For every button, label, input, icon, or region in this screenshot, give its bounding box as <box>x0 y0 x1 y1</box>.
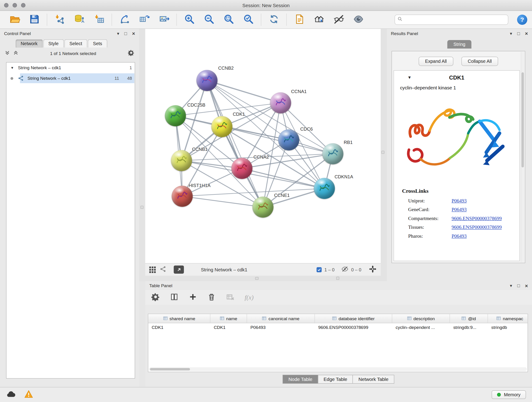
panel-close-icon[interactable]: × <box>525 283 528 288</box>
window-minimize-button[interactable] <box>13 3 17 7</box>
share-view-icon[interactable] <box>160 266 166 274</box>
table-cell[interactable]: stringdb <box>488 323 528 332</box>
network-edge-CDK1-RB1[interactable] <box>222 127 333 154</box>
toggle-glass-effect-button[interactable] <box>329 12 348 27</box>
table-cell[interactable]: 9606.ENSP00000378699 <box>315 323 392 332</box>
warning-icon[interactable] <box>25 390 33 399</box>
zoom-fit-button[interactable] <box>219 12 239 27</box>
table-cell[interactable]: cyclin–dependent ... <box>392 323 450 332</box>
panel-close-icon[interactable]: × <box>525 31 528 36</box>
tree-row-network[interactable]: String Network – cdk1 11 48 <box>6 73 135 84</box>
column-header-shared-name[interactable]: shared name <box>148 314 210 323</box>
network-node-CCNE1[interactable] <box>253 197 273 218</box>
export-image-button[interactable] <box>154 12 174 27</box>
column-header-namespac[interactable]: namespac <box>488 314 528 323</box>
panel-collapse-icon[interactable]: ▾ <box>117 31 119 36</box>
window-zoom-button[interactable] <box>21 3 25 7</box>
panel-float-icon[interactable]: □ <box>517 283 520 288</box>
tab-style[interactable]: Style <box>43 39 64 48</box>
zoom-in-button[interactable] <box>179 12 199 27</box>
network-canvas[interactable]: CCNB2CCNA1CDC25BCDK1CDC6RB1CCNB1CCNA2CDK… <box>145 29 381 263</box>
expand-all-button[interactable]: Expand All <box>418 57 453 66</box>
import-network-database-button[interactable] <box>70 12 89 27</box>
network-node-CCNB1[interactable] <box>171 150 192 171</box>
search-box[interactable] <box>394 15 508 25</box>
network-node-CDKN1A[interactable] <box>314 178 335 199</box>
collapse-all-icon[interactable] <box>5 50 10 56</box>
tab-sets[interactable]: Sets <box>88 39 107 48</box>
splitter-handle[interactable] <box>336 277 339 280</box>
tree-expander-icon[interactable]: ▼ <box>11 66 17 70</box>
network-node-CDC25B[interactable] <box>165 105 186 126</box>
column-sort-icon[interactable] <box>407 316 411 321</box>
zoom-out-button[interactable] <box>199 12 219 27</box>
tree-row-collection[interactable]: ▼ String Network – cdk1 1 <box>6 63 135 73</box>
add-column-plus-icon[interactable] <box>189 293 197 302</box>
network-edge-HIST1H1A-CCNE1[interactable] <box>182 196 263 207</box>
protein-card-header[interactable]: ▼ CDK1 <box>394 70 519 84</box>
network-node-CCNA2[interactable] <box>231 158 253 179</box>
toggle-labels-button[interactable] <box>348 12 368 27</box>
column-header-@id[interactable]: @id <box>450 314 488 323</box>
panel-collapse-icon[interactable]: ▾ <box>510 31 512 36</box>
collapse-all-button[interactable]: Collapse All <box>461 57 498 66</box>
splitter-handle[interactable] <box>140 206 143 209</box>
results-scrollbar[interactable] <box>521 52 524 262</box>
crosslink-link[interactable]: 9606.ENSP00000378699 <box>452 216 502 221</box>
new-table-button[interactable] <box>134 12 154 27</box>
pan-crosshair-icon[interactable] <box>369 265 377 274</box>
memory-button[interactable]: Memory <box>492 390 526 399</box>
save-session-button[interactable] <box>25 12 44 27</box>
splitter-handle[interactable] <box>381 151 385 154</box>
tab-edge-table[interactable]: Edge Table <box>318 375 353 384</box>
expand-all-icon[interactable] <box>13 50 18 56</box>
network-node-CDK1[interactable] <box>211 116 233 137</box>
crosslink-link[interactable]: P06493 <box>452 206 467 212</box>
panel-close-icon[interactable]: × <box>132 31 135 36</box>
network-edge-CCNE1-CCNB2[interactable] <box>207 80 263 207</box>
panel-float-icon[interactable]: □ <box>517 31 520 36</box>
network-node-CDC6[interactable] <box>278 129 299 150</box>
tab-network-table[interactable]: Network Table <box>353 375 394 384</box>
selected-checkbox-icon[interactable] <box>317 267 322 272</box>
table-row[interactable]: CDK1CDK1P064939606.ENSP00000378699cyclin… <box>148 323 528 332</box>
grid-view-icon[interactable] <box>149 266 156 273</box>
open-session-button[interactable] <box>5 12 25 27</box>
table-cell[interactable]: CDK1 <box>148 323 210 332</box>
show-columns-icon[interactable] <box>170 293 178 302</box>
column-sort-icon[interactable] <box>262 316 266 321</box>
crosslink-link[interactable]: 9606.ENSP00000378699 <box>452 224 502 230</box>
column-header-name[interactable]: name <box>210 314 247 323</box>
tab-string[interactable]: String <box>447 40 472 49</box>
column-header-database-identifier[interactable]: database identifier <box>315 314 392 323</box>
panel-collapse-icon[interactable]: ▾ <box>510 283 512 288</box>
zoom-selected-button[interactable] <box>239 12 258 27</box>
network-node-RB1[interactable] <box>322 143 343 164</box>
hidden-eye-slash-icon[interactable] <box>341 265 348 274</box>
table-cell[interactable]: P06493 <box>247 323 315 332</box>
table-cell[interactable]: CDK1 <box>210 323 247 332</box>
table-settings-gear-icon[interactable] <box>151 293 160 302</box>
network-node-CCNB2[interactable] <box>196 70 217 91</box>
cloud-icon[interactable] <box>6 390 16 399</box>
tab-node-table[interactable]: Node Table <box>283 375 318 384</box>
column-sort-icon[interactable] <box>332 316 336 321</box>
network-edge-CCNB2-CCNA1[interactable] <box>207 80 280 103</box>
string-document-button[interactable] <box>289 12 309 27</box>
refresh-layout-button[interactable] <box>264 12 284 27</box>
column-sort-icon[interactable] <box>496 316 501 321</box>
column-header-description[interactable]: description <box>392 314 450 323</box>
crosslink-link[interactable]: P06493 <box>452 233 467 239</box>
detach-view-button[interactable] <box>174 265 184 274</box>
crosslink-link[interactable]: P06493 <box>452 198 467 204</box>
column-sort-icon[interactable] <box>462 316 466 321</box>
tab-network[interactable]: Network <box>16 39 43 48</box>
search-input[interactable] <box>404 17 505 22</box>
delete-column-trash-icon[interactable] <box>207 293 216 302</box>
panel-float-icon[interactable]: □ <box>124 31 127 36</box>
network-node-CCNA1[interactable] <box>270 92 291 114</box>
gear-icon[interactable] <box>128 50 134 57</box>
string-home-button[interactable] <box>309 12 329 27</box>
network-from-selection-button[interactable] <box>115 12 134 27</box>
scrollbar-thumb[interactable] <box>150 368 190 370</box>
